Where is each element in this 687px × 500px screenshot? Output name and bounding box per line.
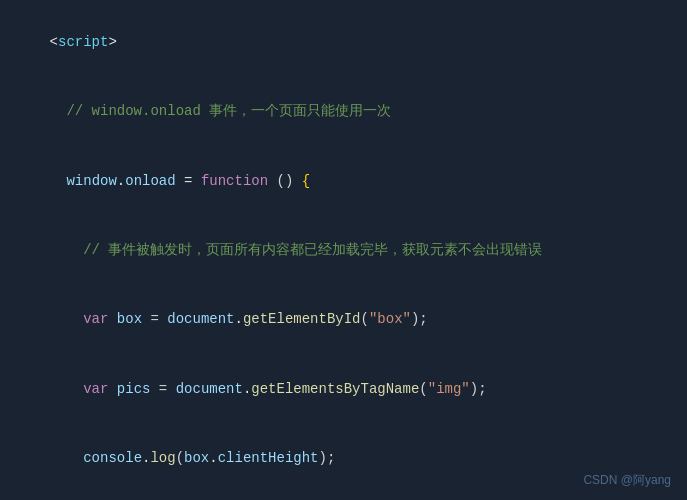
var-console: console <box>83 450 142 466</box>
comment-1: // window.onload 事件，一个页面只能使用一次 <box>50 103 392 119</box>
tag-script: script <box>58 34 108 50</box>
code-line-4: // 事件被触发时，页面所有内容都已经加载完毕，获取元素不会出现错误 <box>0 216 687 285</box>
code-line-3: window.onload = function () { <box>0 147 687 216</box>
str-box: "box" <box>369 311 411 327</box>
paren4: ) <box>470 381 478 397</box>
var-document1: document <box>167 311 234 327</box>
space <box>268 173 276 189</box>
sp2 <box>108 381 116 397</box>
comment-2: // 事件被触发时，页面所有内容都已经加载完毕，获取元素不会出现错误 <box>50 242 543 258</box>
dot: . <box>117 173 125 189</box>
var-pics: pics <box>117 381 151 397</box>
code-line-2: // window.onload 事件，一个页面只能使用一次 <box>0 77 687 146</box>
semi2: ; <box>478 381 486 397</box>
paren3: ( <box>419 381 427 397</box>
var-onload: onload <box>125 173 175 189</box>
watermark: CSDN @阿yang <box>583 471 671 490</box>
eq: = <box>142 311 167 327</box>
var-box: box <box>117 311 142 327</box>
indent <box>50 311 84 327</box>
dot4: . <box>209 450 217 466</box>
paren1: ( <box>361 311 369 327</box>
code-editor: <script> // window.onload 事件，一个页面只能使用一次 … <box>0 0 687 500</box>
eq2: = <box>150 381 175 397</box>
code-line-6: var pics = document.getElementsByTagName… <box>0 354 687 423</box>
paren6: ) <box>319 450 327 466</box>
semi1: ; <box>419 311 427 327</box>
code-line-1: <script> <box>0 8 687 77</box>
var-document2: document <box>176 381 243 397</box>
sp <box>108 311 116 327</box>
space2 <box>293 173 301 189</box>
var-clientheight: clientHeight <box>218 450 319 466</box>
code-line-5: var box = document.getElementById("box")… <box>0 285 687 354</box>
indent2 <box>50 381 84 397</box>
paren5: ( <box>176 450 184 466</box>
method-getbyid: getElementById <box>243 311 361 327</box>
tag-bracket-close: > <box>108 34 116 50</box>
indent3 <box>50 450 84 466</box>
tag-bracket: < <box>50 34 58 50</box>
code-plain <box>50 173 67 189</box>
dot1: . <box>235 311 243 327</box>
kw-var2: var <box>83 381 108 397</box>
code-line-8: }; <box>0 493 687 500</box>
equals: = <box>176 173 201 189</box>
str-img: "img" <box>428 381 470 397</box>
kw-function: function <box>201 173 268 189</box>
method-log: log <box>150 450 175 466</box>
paren-open: () <box>277 173 294 189</box>
var-box2: box <box>184 450 209 466</box>
kw-var1: var <box>83 311 108 327</box>
var-window: window <box>66 173 116 189</box>
semi3: ; <box>327 450 335 466</box>
method-getbytagname: getElementsByTagName <box>251 381 419 397</box>
brace-open: { <box>302 173 310 189</box>
